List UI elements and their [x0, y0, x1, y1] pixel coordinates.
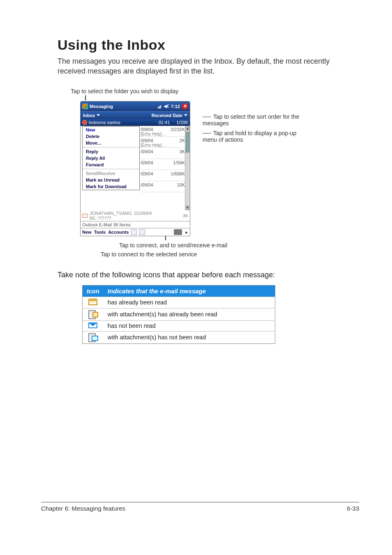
- footer-chapter: Chapter 6: Messaging features: [41, 505, 125, 512]
- pointer-line: [85, 95, 86, 100]
- start-flag-icon[interactable]: [82, 104, 88, 109]
- sort-label: Received Date: [152, 113, 182, 118]
- read-icon: [88, 299, 97, 305]
- chevron-down-icon: [97, 114, 100, 116]
- status-line: Outlook E-Mail 38 Items.: [81, 221, 190, 228]
- right-annotations: Tap to select the sort order for the mes…: [203, 113, 305, 146]
- icon-description: has not been read: [104, 320, 275, 331]
- folder-dropdown[interactable]: Inbox: [83, 113, 100, 118]
- table-row: has already been read: [83, 297, 275, 308]
- chevron-down-icon: [184, 114, 187, 116]
- priority-icon: [82, 120, 87, 125]
- intro-text: The messages you receive are displayed i…: [58, 56, 359, 76]
- context-menu-item[interactable]: Forward: [83, 161, 139, 168]
- message-row-partial[interactable]: /09/043K: [141, 148, 185, 158]
- folder-sort-bar: Inbox Received Date: [81, 111, 190, 119]
- context-menu-item[interactable]: Move...: [83, 140, 139, 146]
- context-menu-item[interactable]: New: [83, 127, 139, 133]
- context-menu-item[interactable]: Send/Receive: [83, 170, 139, 177]
- received-time: 01:41: [159, 120, 170, 125]
- message-size: 3K: [183, 213, 188, 218]
- icon-description: with attachment(s) has already been read: [104, 308, 275, 320]
- sort-dropdown[interactable]: Received Date: [152, 113, 187, 118]
- message-row-partial[interactable]: /09/041/606K: [141, 170, 185, 180]
- annot-connect: Tap to connect to the selected service: [101, 251, 359, 258]
- received-date: 01/09/04: [134, 211, 152, 216]
- device-screenshot: Messaging ◀€ 7:12 ✕ Inbox Received Date …: [80, 101, 190, 236]
- selected-message-row[interactable]: ledesma santos 01:41 1/20K: [81, 119, 190, 126]
- table-row: with attachment(s) has already been read: [83, 308, 275, 320]
- context-menu: NewDeleteMove...ReplyReply AllForwardSen…: [82, 126, 140, 190]
- svg-rect-0: [158, 107, 159, 108]
- table-row: with attachment(s) has not been read: [83, 331, 275, 343]
- scroll-up-icon[interactable]: ▲: [185, 126, 190, 131]
- icon-description: with attachment(s) has not been read: [104, 331, 275, 343]
- sendreceive-icon[interactable]: [139, 229, 145, 235]
- message-size: 1/20K: [176, 120, 188, 125]
- message-list: NewDeleteMove...ReplyReply AllForwardSen…: [81, 126, 190, 210]
- table-header-desc: Indicates that the e-mail message: [104, 285, 275, 297]
- signal-icon: [158, 104, 162, 108]
- mail-read-icon: [82, 214, 88, 218]
- close-icon[interactable]: ✕: [182, 103, 188, 110]
- message-row-partial[interactable]: /09/042/232K[Echo Help] ...: [141, 126, 185, 136]
- window-titlebar: Messaging ◀€ 7:12 ✕: [81, 101, 190, 111]
- bottom-toolbar: New Tools Accounts ▲: [81, 228, 190, 236]
- message-row-partial[interactable]: /09/041/58K: [141, 159, 185, 169]
- keyboard-icon[interactable]: [174, 229, 182, 235]
- annot-send: Tap to connect, and to send/receive e-ma…: [119, 242, 359, 249]
- subject-text: RE: ??????: [90, 216, 111, 221]
- table-header-icon: Icon: [83, 285, 104, 297]
- message-rows: /09/042/232K[Echo Help] .../09/042K[Echo…: [141, 126, 185, 193]
- message-row[interactable]: JONATHAN_TSANG 01/09/04 RE: ?????? 3K: [81, 210, 190, 221]
- table-row: has not been read: [83, 320, 275, 331]
- unread-icon: [88, 322, 97, 328]
- sender-name: JONATHAN_TSANG: [90, 211, 131, 216]
- app-title: Messaging: [90, 104, 156, 109]
- page-heading: Using the Inbox: [58, 37, 359, 53]
- icon-description: has already been read: [104, 297, 275, 308]
- folder-label: Inbox: [83, 113, 95, 118]
- new-menu[interactable]: New: [82, 230, 92, 235]
- annot-hold: Tap and hold to display a pop-up menu of…: [203, 130, 296, 143]
- accounts-menu[interactable]: Accounts: [108, 230, 129, 235]
- speaker-icon: ◀€: [164, 104, 169, 109]
- pointer-line: [165, 236, 166, 240]
- message-row-partial[interactable]: /09/042K[Echo Help] ...: [141, 137, 185, 147]
- message-row-partial[interactable]: /09/0410K: [141, 182, 185, 191]
- page-footer: Chapter 6: Messaging features 6-33: [41, 502, 359, 512]
- scroll-thumb[interactable]: [186, 132, 189, 152]
- context-menu-item[interactable]: Mark as Unread: [83, 177, 139, 183]
- sender-name: ledesma santos: [89, 120, 157, 125]
- caption-folder-select: Tap to select the folder you wish to dis…: [71, 88, 359, 94]
- tools-menu[interactable]: Tools: [94, 230, 106, 235]
- icon-legend-table: Icon Indicates that the e-mail message h…: [82, 285, 275, 344]
- annot-sort: Tap to select the sort order for the mes…: [203, 113, 299, 127]
- context-menu-item[interactable]: Mark for Download: [83, 183, 139, 190]
- read-attach-icon: [88, 310, 97, 318]
- unread-attach-icon: [88, 333, 97, 341]
- context-menu-item[interactable]: Reply: [83, 148, 139, 155]
- context-menu-item[interactable]: Reply All: [83, 155, 139, 161]
- scrollbar[interactable]: ▲ ▼: [185, 126, 190, 210]
- context-menu-item[interactable]: Delete: [83, 133, 139, 140]
- connect-icon[interactable]: [131, 229, 137, 235]
- scroll-down-icon[interactable]: ▼: [185, 205, 190, 210]
- clock-time: 7:12: [171, 104, 180, 109]
- note-text: Take note of the following icons that ap…: [58, 271, 359, 279]
- footer-page-number: 6-33: [347, 505, 359, 512]
- svg-rect-2: [160, 105, 161, 108]
- svg-rect-1: [159, 106, 160, 108]
- sip-arrow-icon[interactable]: ▲: [184, 230, 188, 234]
